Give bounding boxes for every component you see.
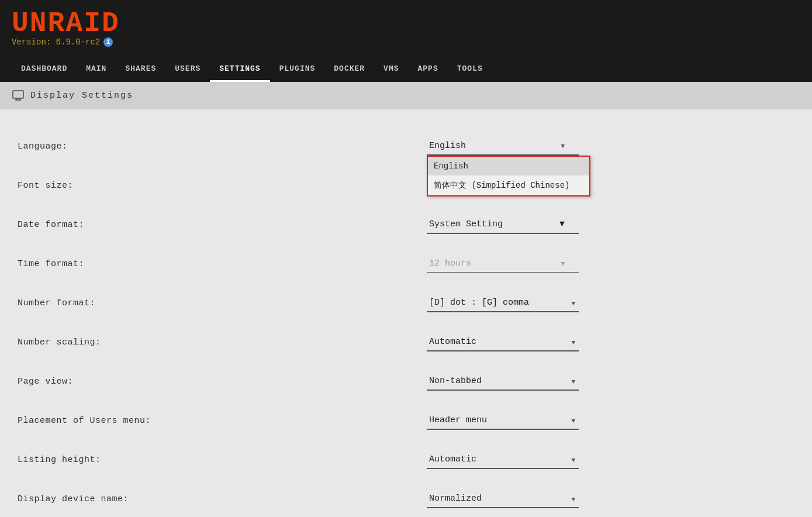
time-format-value: 12 hours [429,258,471,268]
svg-rect-0 [13,91,23,98]
main-content: Language: English ▼ English 简体中文 (Simpli… [0,109,812,517]
language-dropdown: English 简体中文 (Simplified Chinese) [427,156,590,197]
language-selected-value: English [429,141,466,151]
logo-area: UNRAID Version: 6.9.0-rc2 i [12,9,800,53]
language-row: Language: English ▼ English 简体中文 (Simpli… [18,127,794,166]
nav-tools[interactable]: TOOLS [448,57,492,82]
users-menu-select[interactable]: Header menu [427,412,579,430]
nav-plugins[interactable]: PLUGINS [270,57,325,82]
monitor-icon [12,89,25,102]
listing-height-row: Listing height: Automatic ▼ [18,440,794,480]
listing-height-label: Listing height: [18,455,427,465]
number-format-wrapper: [D] dot : [G] comma ▼ [427,294,579,312]
main-nav: DASHBOARD MAIN SHARES USERS SETTINGS PLU… [12,57,800,82]
date-format-control: System Setting ▼ [427,216,794,234]
display-device-name-label: Display device name: [18,494,427,504]
font-size-label: Font size: [18,181,427,191]
language-option-chinese[interactable]: 简体中文 (Simplified Chinese) [428,175,589,195]
language-select[interactable]: English ▼ [427,137,579,156]
listing-height-wrapper: Automatic ▼ [427,451,579,469]
version-text: Version: 6.9.0-rc2 [12,37,100,47]
nav-docker[interactable]: DOCKER [324,57,374,82]
date-format-row: Date format: System Setting ▼ [18,205,794,244]
language-label: Language: [18,142,427,151]
time-format-arrow-icon: ▼ [561,260,565,267]
display-device-name-select[interactable]: Normalized [427,490,579,508]
users-menu-label: Placement of Users menu: [18,416,427,426]
time-format-row: Time format: 12 hours ▼ [18,244,794,284]
info-icon[interactable]: i [103,37,113,47]
page-title-bar: Display Settings [0,82,812,109]
page-view-wrapper: Non-tabbed ▼ [427,373,579,391]
listing-height-control: Automatic ▼ [427,451,794,469]
nav-users[interactable]: USERS [165,57,210,82]
date-format-wrapper: System Setting ▼ [427,216,794,234]
date-format-select[interactable]: System Setting ▼ [427,216,579,234]
language-wrapper: English ▼ English 简体中文 (Simplified Chine… [427,137,794,156]
nav-apps[interactable]: APPS [409,57,448,82]
number-scaling-label: Number scaling: [18,337,427,347]
time-format-wrapper: 12 hours ▼ [427,255,579,273]
nav-main[interactable]: MAIN [77,57,116,82]
display-device-name-row: Display device name: Normalized ▼ [18,480,794,517]
language-control: English ▼ English 简体中文 (Simplified Chine… [427,137,794,156]
users-menu-row: Placement of Users menu: Header menu ▼ [18,401,794,440]
date-format-value: System Setting [429,219,503,229]
font-size-row: Font size: ▼ [18,166,794,205]
time-format-label: Time format: [18,259,427,269]
page-title: Display Settings [30,91,133,101]
page-view-row: Page view: Non-tabbed ▼ [18,362,794,401]
number-scaling-row: Number scaling: Automatic ▼ [18,323,794,362]
header: UNRAID Version: 6.9.0-rc2 i DASHBOARD MA… [0,0,812,82]
number-format-control: [D] dot : [G] comma ▼ [427,294,794,312]
language-arrow-icon: ▼ [561,143,565,150]
date-format-arrow-icon: ▼ [559,219,565,229]
listing-height-select[interactable]: Automatic [427,451,579,469]
page-view-select[interactable]: Non-tabbed [427,373,579,391]
number-format-label: Number format: [18,298,427,308]
number-format-select[interactable]: [D] dot : [G] comma [427,294,579,312]
page-view-control: Non-tabbed ▼ [427,373,794,391]
display-device-name-control: Normalized ▼ [427,490,794,508]
time-format-control: 12 hours ▼ [427,255,794,273]
users-menu-wrapper: Header menu ▼ [427,412,579,430]
nav-vms[interactable]: VMS [374,57,408,82]
language-option-english[interactable]: English [428,157,589,175]
nav-settings[interactable]: SETTINGS [210,57,269,82]
nav-shares[interactable]: SHARES [116,57,165,82]
nav-dashboard[interactable]: DASHBOARD [12,57,77,82]
display-device-name-wrapper: Normalized ▼ [427,490,579,508]
number-scaling-control: Automatic ▼ [427,333,794,351]
users-menu-control: Header menu ▼ [427,412,794,430]
logo: UNRAID [12,9,120,37]
time-format-select: 12 hours ▼ [427,255,579,273]
date-format-label: Date format: [18,220,427,230]
number-scaling-select[interactable]: Automatic [427,333,579,351]
number-scaling-wrapper: Automatic ▼ [427,333,579,351]
number-format-row: Number format: [D] dot : [G] comma ▼ [18,284,794,323]
page-view-label: Page view: [18,377,427,387]
